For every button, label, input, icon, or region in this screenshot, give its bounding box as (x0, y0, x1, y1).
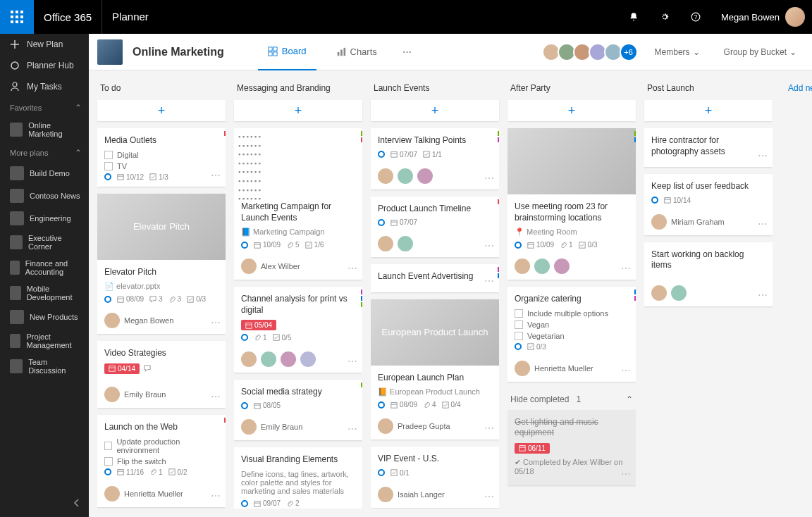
checklist-item[interactable]: Flip the switch (104, 457, 219, 466)
bucket-title[interactable]: After Party (508, 79, 636, 100)
task-card[interactable]: Media OutletsDigitalTV10/121/3⋯ (97, 128, 226, 187)
card-more-button[interactable]: ⋯ (621, 263, 632, 274)
sidebar-plan-item[interactable]: Mobile Development (0, 280, 89, 306)
checklist-item[interactable]: Vegan (515, 320, 629, 329)
card-more-button[interactable]: ⋯ (211, 490, 221, 502)
task-card[interactable]: Launch Event Advertising⋯ (371, 264, 499, 292)
hide-completed-toggle[interactable]: Hide completed 1⌃ (508, 389, 636, 410)
checklist-item[interactable]: Digital (104, 151, 219, 159)
collapse-sidebar-button[interactable] (72, 498, 82, 510)
checkbox[interactable] (104, 162, 113, 170)
svg-rect-35 (273, 335, 278, 340)
member-stack[interactable]: +6 (546, 43, 638, 61)
add-task-button[interactable]: + (97, 100, 226, 121)
task-card[interactable]: VIP Event - U.S.0/1Isaiah Langer⋯ (371, 447, 499, 508)
checklist-item[interactable]: Vegetarian (515, 332, 629, 340)
task-card[interactable]: Channel analysis for print vs digital 05… (234, 287, 362, 373)
task-card[interactable]: Video Strategies 04/14Emily Braun⋯ (97, 341, 226, 408)
card-more-button[interactable]: ⋯ (211, 391, 221, 402)
sidebar-plan-item[interactable]: Finance and Accounting (0, 255, 89, 280)
members-dropdown[interactable]: Members ⌄ (648, 47, 707, 57)
card-more-button[interactable]: ⋯ (484, 275, 495, 287)
more-plans-section[interactable]: More plans ⌃ (0, 142, 89, 162)
task-card[interactable]: ▪ ▪ ▪ ▪ ▪ ▪ ▪ ▪ ▪ ▪ ▪ ▪ ▪ ▪ ▪ ▪ ▪ ▪ ▪ ▪ … (234, 128, 362, 280)
notifications-button[interactable] (618, 0, 649, 34)
checklist-item[interactable]: TV (104, 162, 219, 170)
task-card[interactable]: Social media strategy08/05Emily Braun⋯ (234, 380, 362, 441)
checklist-item[interactable]: Update production environment (104, 437, 219, 454)
attach-meta: 5 (286, 241, 300, 249)
bucket-title[interactable]: Launch Events (371, 79, 499, 100)
tab-charts-label: Charts (350, 46, 377, 57)
add-task-button[interactable]: + (644, 100, 773, 121)
sidebar-plan-item[interactable]: Build Demo (0, 162, 89, 185)
my-tasks-link[interactable]: My Tasks (0, 76, 89, 97)
help-button[interactable]: ? (680, 0, 711, 34)
new-plan-button[interactable]: New Plan (0, 34, 89, 55)
checkbox[interactable] (104, 442, 112, 450)
app-label[interactable]: Planner (102, 0, 159, 34)
task-card[interactable]: Product Launch Timeline07/07⋯ (371, 197, 499, 258)
add-bucket-button[interactable]: Add new bu (781, 79, 812, 509)
card-more-button[interactable]: ⋯ (484, 240, 495, 251)
user-menu[interactable]: Megan Bowen (711, 7, 812, 27)
card-more-button[interactable]: ⋯ (347, 356, 358, 367)
add-task-button[interactable]: + (371, 100, 499, 121)
sidebar-plan-item[interactable]: Engineering (0, 207, 89, 230)
checkbox[interactable] (515, 320, 523, 329)
sidebar-plan-item[interactable]: New Products (0, 306, 89, 328)
tab-charts[interactable]: Charts (326, 34, 387, 70)
card-more-button[interactable]: ⋯ (621, 468, 632, 480)
sidebar-plan-item[interactable]: Team Discussion (0, 354, 89, 379)
settings-button[interactable] (649, 0, 680, 34)
card-more-button[interactable]: ⋯ (484, 173, 495, 184)
task-card[interactable]: Launch on the WebUpdate production envir… (97, 415, 226, 507)
card-more-button[interactable]: ⋯ (758, 289, 768, 301)
task-card[interactable]: Elevator PitchElevator Pitch📄 elevator.p… (97, 194, 226, 335)
task-card[interactable]: Start working on backlog items⋯ (644, 242, 773, 306)
sidebar-plan-favorite[interactable]: Online Marketing (0, 117, 89, 142)
bucket-title[interactable]: Messaging and Branding (234, 79, 362, 100)
add-task-button[interactable]: + (234, 100, 362, 121)
add-task-button[interactable]: + (508, 100, 636, 121)
plan-thumb (10, 286, 21, 300)
task-card[interactable]: Organize cateringInclude multiple option… (508, 287, 636, 382)
task-card[interactable]: Interview Talking Points07/071/1⋯ (371, 128, 499, 189)
card-more-button[interactable]: ⋯ (484, 491, 495, 502)
checkbox[interactable] (104, 457, 113, 466)
plan-thumb (10, 261, 20, 275)
task-card[interactable]: Hire contractor for photography assets⋯ (644, 128, 773, 167)
card-more-button[interactable]: ⋯ (758, 150, 768, 161)
sidebar-plan-item[interactable]: Executive Corner (0, 230, 89, 255)
planner-hub-link[interactable]: Planner Hub (0, 55, 89, 76)
task-card[interactable]: Use meeting room 23 for brainstorming lo… (508, 128, 636, 280)
favorites-section[interactable]: Favorites ⌃ (0, 97, 89, 117)
bucket-title[interactable]: To do (97, 79, 226, 100)
card-more-button[interactable]: ⋯ (347, 263, 358, 274)
svg-rect-1 (16, 11, 18, 13)
task-card[interactable]: European Product LaunchEuropean Launch P… (371, 299, 499, 440)
task-card[interactable]: Visual Branding ElementsDefine icons, ta… (234, 447, 362, 509)
tab-board[interactable]: Board (258, 34, 316, 70)
date-meta: 08/05 (254, 401, 281, 409)
more-tabs-button[interactable]: ⋯ (397, 34, 417, 70)
checklist-item[interactable]: Include multiple options (515, 309, 629, 318)
category-indicator (634, 137, 636, 142)
card-more-button[interactable]: ⋯ (347, 423, 358, 435)
task-card[interactable]: Get lighting and music equipment 06/11✔ … (508, 410, 636, 486)
bucket-title[interactable]: Post Launch (644, 79, 773, 100)
card-more-button[interactable]: ⋯ (484, 423, 495, 434)
svg-rect-2 (20, 11, 23, 13)
checkbox[interactable] (515, 309, 523, 318)
groupby-dropdown[interactable]: Group by Bucket ⌄ (717, 47, 804, 57)
sidebar-plan-item[interactable]: Contoso News (0, 185, 89, 207)
card-more-button[interactable]: ⋯ (211, 317, 221, 328)
card-more-button[interactable]: ⋯ (211, 170, 221, 181)
checkbox[interactable] (104, 151, 113, 159)
app-launcher[interactable] (0, 0, 34, 34)
sidebar-plan-item[interactable]: Project Management (0, 328, 89, 354)
card-more-button[interactable]: ⋯ (758, 218, 768, 230)
checkbox[interactable] (515, 332, 523, 340)
task-card[interactable]: Keep list of user feedback10/14Miriam Gr… (644, 174, 773, 235)
card-more-button[interactable]: ⋯ (621, 365, 632, 376)
